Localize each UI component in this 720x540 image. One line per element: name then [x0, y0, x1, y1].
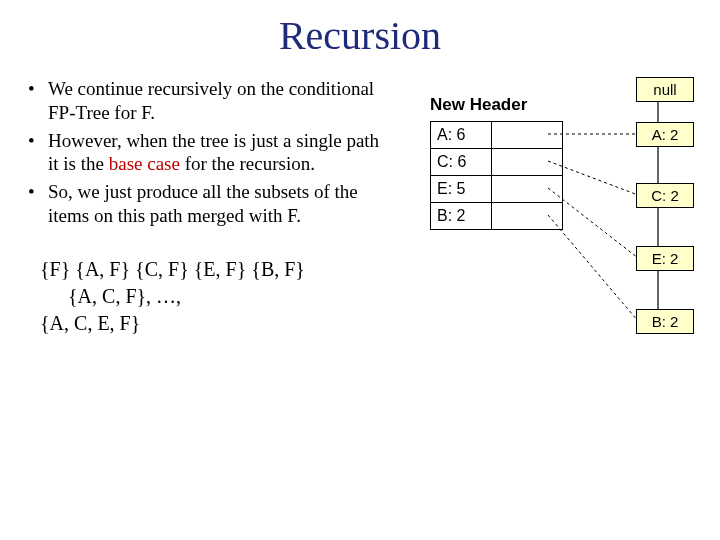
header-cell: B: 2 [431, 203, 492, 230]
svg-line-3 [548, 215, 638, 321]
tree-node-null: null [636, 77, 694, 102]
header-link-cell [492, 176, 563, 203]
header-cell: A: 6 [431, 122, 492, 149]
tree-node-a: A: 2 [636, 122, 694, 147]
header-cell: E: 5 [431, 176, 492, 203]
diagram-column: New Header A: 6 C: 6 E: 5 B: 2 null A: 2… [400, 77, 720, 457]
header-link-cell [492, 149, 563, 176]
header-cell: C: 6 [431, 149, 492, 176]
bullet-item: We continue recursively on the condition… [38, 77, 390, 125]
header-table: A: 6 C: 6 E: 5 B: 2 [430, 121, 563, 230]
subset-line: {A, C, E, F} [40, 310, 390, 337]
tree-node-e: E: 2 [636, 246, 694, 271]
subset-line: {F} {A, F} {C, F} {E, F} {B, F} [40, 256, 390, 283]
subset-line: {A, C, F}, …, [40, 283, 390, 310]
tree-node-b: B: 2 [636, 309, 694, 334]
tree-node-c: C: 2 [636, 183, 694, 208]
subset-listing: {F} {A, F} {C, F} {E, F} {B, F} {A, C, F… [20, 256, 390, 337]
text-column: We continue recursively on the condition… [0, 77, 400, 337]
base-case-text: base case [109, 153, 180, 174]
header-link-cell [492, 122, 563, 149]
text-fragment: for the recursion. [180, 153, 315, 174]
new-header-label: New Header [430, 95, 527, 115]
bullet-item: However, when the tree is just a single … [38, 129, 390, 177]
bullet-item: So, we just produce all the subsets of t… [38, 180, 390, 228]
slide-title: Recursion [0, 12, 720, 59]
header-link-cell [492, 203, 563, 230]
bullet-list: We continue recursively on the condition… [20, 77, 390, 228]
